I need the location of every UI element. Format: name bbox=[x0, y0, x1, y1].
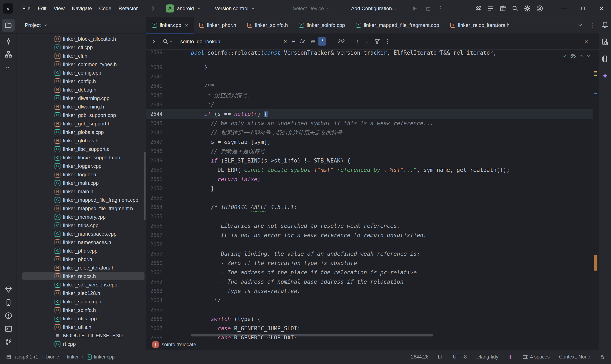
code-line-2640[interactable] bbox=[191, 72, 510, 81]
structure-icon[interactable] bbox=[5, 51, 12, 58]
more-icon[interactable]: ⋯ bbox=[5, 64, 12, 71]
code-viewport[interactable]: 2639264026412642264326442645264626472648… bbox=[146, 62, 593, 339]
tree-item-rt.cpp[interactable]: Crt.cpp bbox=[17, 340, 146, 348]
match-case-toggle[interactable]: Cc bbox=[297, 37, 308, 46]
find-tool-icon[interactable] bbox=[601, 38, 609, 46]
more-run-options-kebab-icon[interactable]: ⋮ bbox=[437, 5, 444, 12]
tree-item-linker_logger.h[interactable]: Hlinker_logger.h bbox=[17, 170, 146, 179]
code-line-2659[interactable]: During linking, the value of an undefine… bbox=[191, 249, 510, 259]
window-icon[interactable] bbox=[6, 354, 12, 360]
warning-stripe-mark[interactable] bbox=[594, 75, 597, 76]
sticky-header-line[interactable]: 2589 bool soinfo::relocate(const Version… bbox=[146, 50, 599, 62]
horizontal-scrollbar[interactable] bbox=[191, 334, 433, 337]
tree-item-linker_gdb_support.cpp[interactable]: Clinker_gdb_support.cpp bbox=[17, 111, 146, 119]
words-toggle[interactable]: W bbox=[308, 37, 318, 46]
menu-code[interactable]: Code bbox=[96, 0, 115, 17]
close-icon[interactable]: × bbox=[592, 0, 611, 17]
tree-item-linker_main.cpp[interactable]: Clinker_main.cpp bbox=[17, 179, 146, 187]
tree-item-linker_mapped_file_fragment.h[interactable]: Hlinker_mapped_file_fragment.h bbox=[17, 204, 146, 213]
menu-view[interactable]: View bbox=[50, 0, 68, 17]
line-number-2642[interactable]: 2642 bbox=[146, 91, 163, 100]
line-number-2662[interactable]: 2662 bbox=[146, 277, 163, 286]
line-number-2649[interactable]: 2649 bbox=[146, 156, 163, 165]
device-manager-icon[interactable] bbox=[5, 299, 12, 306]
tree-item-linker_config.h[interactable]: Hlinker_config.h bbox=[17, 77, 146, 86]
line-number-2660[interactable]: 2660 bbox=[146, 259, 163, 268]
indent-widget[interactable]: 4 spaces bbox=[523, 354, 550, 360]
code-line-2667[interactable]: case R_GENERIC_JUMP_SLOT: bbox=[191, 324, 510, 333]
line-number-2664[interactable]: 2664 bbox=[146, 296, 163, 305]
tab-linker_reloc_iterators.h[interactable]: Hlinker_reloc_iterators.h bbox=[445, 17, 515, 33]
next-problem-chevron-down-icon[interactable] bbox=[586, 54, 591, 58]
menu-navigate[interactable]: Navigate bbox=[68, 0, 96, 17]
tree-item-linker_dlwarning.h[interactable]: Hlinker_dlwarning.h bbox=[17, 103, 146, 111]
code-line-2663[interactable]: type is base-relative. bbox=[191, 286, 510, 296]
search-icon[interactable] bbox=[512, 5, 518, 12]
tree-item-linker_dlwarning.cpp[interactable]: Clinker_dlwarning.cpp bbox=[17, 94, 146, 103]
code-line-2653[interactable] bbox=[191, 193, 510, 203]
terminal-icon[interactable] bbox=[5, 325, 12, 333]
line-ending-widget[interactable]: LF bbox=[438, 354, 444, 360]
expand-replace-chevron-right-icon[interactable] bbox=[152, 39, 157, 44]
code-line-2646[interactable]: // 如果这是一个弱符号，我们允许使用未定义的符号。 bbox=[191, 128, 510, 137]
line-number-2659[interactable]: 2659 bbox=[146, 249, 163, 259]
tree-item-linker_config.cpp[interactable]: Clinker_config.cpp bbox=[17, 69, 146, 77]
code-line-2648[interactable]: // 判断是不是弱符号 bbox=[191, 147, 510, 156]
maximize-icon[interactable] bbox=[574, 0, 592, 17]
tree-item-MODULE_LICENSE_BSD[interactable]: ≡MODULE_LICENSE_BSD bbox=[17, 331, 146, 340]
settings-icon[interactable] bbox=[524, 5, 531, 12]
code-line-2639[interactable]: } bbox=[191, 63, 510, 72]
code-line-2660[interactable]: - Zero if the relocation type is absolut… bbox=[191, 259, 510, 268]
inspection-profile-widget[interactable]: .clang-tidy bbox=[476, 354, 498, 360]
account-avatar[interactable] bbox=[536, 5, 543, 12]
find-input[interactable] bbox=[180, 39, 282, 44]
tree-item-linker_utils.h[interactable]: Hlinker_utils.h bbox=[17, 323, 146, 331]
tree-item-linker_phdr.h[interactable]: Hlinker_phdr.h bbox=[17, 255, 146, 264]
code-line-2650[interactable]: DL_ERR("cannot locate symbol \"%s\" refe… bbox=[191, 165, 510, 175]
status-path-linker.cpp[interactable]: linker.cpp bbox=[94, 354, 114, 360]
tab-options-kebab-icon[interactable]: ⋮ bbox=[589, 22, 595, 29]
tree-item-linker_namespaces.cpp[interactable]: Clinker_namespaces.cpp bbox=[17, 230, 146, 238]
line-number-2661[interactable]: 2661 bbox=[146, 268, 163, 277]
code-line-2654[interactable]: /* IHI0044C AAELF 4.5.1.1: bbox=[191, 203, 510, 212]
code-line-2641[interactable]: /** bbox=[191, 81, 510, 91]
code-line-2642[interactable]: * 没查找到符号。 bbox=[191, 91, 510, 100]
info-stripe-mark[interactable] bbox=[594, 92, 597, 94]
status-path-linker[interactable]: linker bbox=[67, 354, 79, 360]
clear-search-icon[interactable]: × bbox=[282, 38, 289, 45]
line-number-2651[interactable]: 2651 bbox=[146, 175, 163, 184]
status-breadcrumb[interactable]: aosp8.1-r1bioniclinkerClinker.cpp bbox=[15, 354, 114, 360]
tab-list-chevron-down-icon[interactable] bbox=[578, 23, 583, 28]
tab-linker_mapped_file_fragment.cpp[interactable]: Clinker_mapped_file_fragment.cpp bbox=[350, 17, 445, 33]
line-number-2641[interactable]: 2641 bbox=[146, 81, 163, 91]
tree-item-linker_relocs.h[interactable]: Hlinker_relocs.h bbox=[17, 272, 146, 281]
line-number-2644[interactable]: 2644 bbox=[146, 109, 163, 119]
ide-logo[interactable]: ⟡ bbox=[3, 3, 13, 13]
run-play-icon[interactable] bbox=[411, 5, 418, 12]
search-icon[interactable] bbox=[163, 38, 169, 45]
tree-item-linker_libcxx_support.cpp[interactable]: Clinker_libcxx_support.cpp bbox=[17, 153, 146, 162]
tree-item-linker_soinfo.cpp[interactable]: Clinker_soinfo.cpp bbox=[17, 298, 146, 306]
code-line-2651[interactable]: return false; bbox=[191, 175, 510, 184]
next-occurrence-arrow-down-icon[interactable]: ↓ bbox=[364, 38, 370, 45]
code-lines[interactable]: } /** * 没查找到符号。 */ if (s == nullptr) { /… bbox=[191, 63, 510, 339]
line-number-2643[interactable]: 2643 bbox=[146, 100, 163, 109]
gift-icon[interactable] bbox=[500, 5, 506, 12]
tree-item-linker_utils.cpp[interactable]: Clinker_utils.cpp bbox=[17, 314, 146, 323]
line-number-2648[interactable]: 2648 bbox=[146, 147, 163, 156]
problems-icon[interactable] bbox=[5, 312, 12, 320]
code-line-2645[interactable]: // We only allow an undefined symbol if … bbox=[191, 119, 510, 128]
line-number-2667[interactable]: 2667 bbox=[146, 324, 163, 333]
line-number-2653[interactable]: 2653 bbox=[146, 193, 163, 203]
run-configuration-widget[interactable]: A android bbox=[166, 0, 202, 17]
tree-item-linker_gdb_support.h[interactable]: Hlinker_gdb_support.h bbox=[17, 119, 146, 128]
gem-icon[interactable] bbox=[5, 286, 12, 293]
menu-overflow-chevron-icon[interactable] bbox=[150, 5, 157, 12]
inspections-widget[interactable]: ✓ 65 bbox=[563, 52, 591, 60]
notifications-bell-icon[interactable] bbox=[601, 21, 609, 29]
tree-item-linker_sdk_versions.cpp[interactable]: Clinker_sdk_versions.cpp bbox=[17, 281, 146, 289]
line-number-2639[interactable]: 2639 bbox=[146, 63, 163, 72]
project-panel-header[interactable]: Project bbox=[17, 17, 146, 33]
list-icon[interactable] bbox=[487, 5, 494, 12]
tree-item-linker_main.h[interactable]: Hlinker_main.h bbox=[17, 187, 146, 196]
